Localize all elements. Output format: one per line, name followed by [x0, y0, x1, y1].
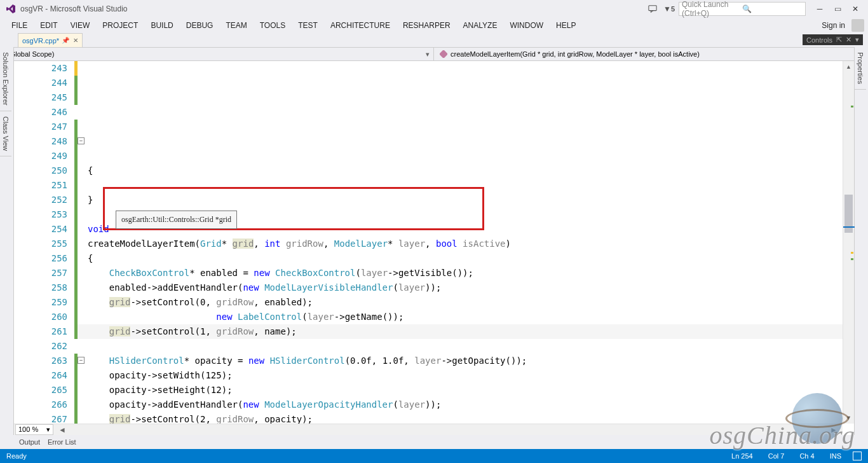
menu-team[interactable]: TEAM: [219, 19, 253, 32]
notifications-icon[interactable]: ▼5: [662, 2, 676, 16]
menu-test[interactable]: TEST: [292, 19, 324, 32]
member-label: createModelLayerItem(Grid * grid, int gr…: [451, 50, 700, 58]
menu-file[interactable]: FILE: [5, 19, 34, 32]
code-line[interactable]: grid->setControl(1, gridRow, name);: [78, 324, 854, 339]
status-resize-icon[interactable]: [853, 452, 862, 460]
code-line[interactable]: enabled->addEventHandler(new ModelLayerV…: [78, 280, 854, 295]
svg-rect-0: [649, 6, 656, 11]
zoom-dropdown[interactable]: 100 %▾: [15, 424, 53, 435]
document-tabs: osgVR.cpp* 📌 ✕ Controls ⇱ ✕ ▾: [0, 33, 868, 47]
code-line[interactable]: createModelLayerItem(Grid* grid, int gri…: [78, 237, 854, 251]
tab-dropdown-icon[interactable]: ▾: [855, 36, 859, 44]
sign-in-link[interactable]: Sign in: [822, 21, 851, 30]
menu-architecture[interactable]: ARCHITECTURE: [324, 19, 397, 32]
scroll-left-icon[interactable]: ◄: [58, 425, 66, 434]
code-line[interactable]: opacity->setWidth(125);: [78, 368, 854, 383]
code-line[interactable]: {: [78, 163, 854, 178]
status-ready: Ready: [6, 452, 716, 460]
output-tab[interactable]: Output: [19, 438, 40, 446]
controls-label: Controls: [806, 36, 832, 44]
status-col: Col 7: [768, 452, 785, 460]
left-tool-panels: Solution Explorer Class View: [0, 47, 14, 435]
pin-icon[interactable]: 📌: [62, 37, 69, 44]
feedback-icon[interactable]: [646, 2, 660, 16]
intellisense-tooltip: osgEarth::Util::Controls::Grid *grid: [116, 211, 237, 229]
class-view-tab[interactable]: Class View: [0, 111, 11, 156]
code-line[interactable]: opacity->setHeight(12);: [78, 383, 854, 397]
solution-explorer-tab[interactable]: Solution Explorer: [0, 47, 11, 111]
search-icon: 🔍: [742, 4, 803, 13]
chevron-down-icon: ▾: [426, 50, 430, 59]
code-line[interactable]: {: [78, 251, 854, 266]
code-line[interactable]: [78, 339, 854, 354]
vertical-scrollbar[interactable]: ▲ ▼: [843, 61, 854, 424]
menu-bar: FILEEDITVIEWPROJECTBUILDDEBUGTEAMTOOLSTE…: [0, 18, 868, 33]
file-tab-active[interactable]: osgVR.cpp* 📌 ✕: [18, 33, 83, 47]
status-ins: INS: [830, 452, 841, 460]
close-button[interactable]: ✕: [846, 2, 864, 16]
code-line[interactable]: [78, 178, 854, 193]
member-dropdown[interactable]: createModelLayerItem(Grid * grid, int gr…: [434, 48, 868, 60]
svg-rect-1: [440, 50, 447, 58]
status-ch: Ch 4: [799, 452, 814, 460]
properties-tab[interactable]: Properties: [855, 47, 866, 90]
code-editor[interactable]: 2432442452462472482492502512522532542552…: [14, 61, 854, 435]
file-tab-label: osgVR.cpp*: [22, 37, 59, 45]
window-title: osgVR - Microsoft Visual Studio: [20, 4, 646, 13]
scroll-down-icon[interactable]: ▼: [843, 412, 854, 424]
quick-launch-placeholder: Quick Launch (Ctrl+Q): [682, 0, 742, 18]
scroll-right-icon[interactable]: ►: [830, 425, 837, 434]
bottom-tool-tabs: Output Error List: [14, 435, 854, 449]
title-bar: osgVR - Microsoft Visual Studio ▼5 Quick…: [0, 0, 868, 18]
scope-dropdown[interactable]: (Global Scope) ▾: [0, 48, 434, 60]
menu-resharper[interactable]: RESHARPER: [397, 19, 457, 32]
menu-debug[interactable]: DEBUG: [180, 19, 220, 32]
function-icon: [439, 50, 448, 59]
vs-logo-icon: [5, 3, 17, 15]
maximize-button[interactable]: ▭: [829, 2, 846, 16]
code-content[interactable]: − − osgEarth::Util::Controls::Grid *grid…: [78, 61, 854, 435]
menu-build[interactable]: BUILD: [144, 19, 179, 32]
horizontal-scrollbar[interactable]: 100 %▾ ◄ ►: [14, 424, 843, 435]
menu-tools[interactable]: TOOLS: [254, 19, 292, 32]
controls-pin-icon[interactable]: ⇱: [836, 36, 842, 44]
quick-launch-input[interactable]: Quick Launch (Ctrl+Q) 🔍: [679, 2, 806, 16]
controls-close-icon[interactable]: ✕: [846, 36, 851, 44]
menu-edit[interactable]: EDIT: [34, 19, 64, 32]
menu-analyze[interactable]: ANALYZE: [457, 19, 504, 32]
fold-toggle-icon[interactable]: −: [78, 357, 85, 364]
right-tool-panels: Properties: [854, 47, 868, 435]
error-list-tab[interactable]: Error List: [48, 438, 76, 446]
menu-view[interactable]: VIEW: [64, 19, 97, 32]
line-number-gutter: 2432442452462472482492502512522532542552…: [14, 61, 78, 435]
scope-label: (Global Scope): [8, 50, 54, 58]
code-line[interactable]: CheckBoxControl* enabled = new CheckBoxC…: [78, 266, 854, 280]
navigation-bar: (Global Scope) ▾ createModelLayerItem(Gr…: [0, 47, 868, 61]
scroll-up-icon[interactable]: ▲: [843, 61, 854, 73]
code-line[interactable]: opacity->addEventHandler(new ModelLayerO…: [78, 397, 854, 412]
fold-toggle-icon[interactable]: −: [78, 137, 85, 144]
menu-project[interactable]: PROJECT: [96, 19, 144, 32]
status-bar: Ready Ln 254 Col 7 Ch 4 INS: [0, 449, 868, 463]
menu-help[interactable]: HELP: [550, 19, 582, 32]
code-line[interactable]: new LabelControl(layer->getName());: [78, 310, 854, 324]
code-line[interactable]: grid->setControl(0, gridRow, enabled);: [78, 295, 854, 310]
code-line[interactable]: HSliderControl* opacity = new HSliderCon…: [78, 354, 854, 368]
menu-window[interactable]: WINDOW: [503, 19, 550, 32]
user-icon[interactable]: [851, 19, 864, 32]
minimize-button[interactable]: ─: [811, 2, 829, 16]
code-line[interactable]: }: [78, 193, 854, 207]
status-line: Ln 254: [731, 452, 753, 460]
close-tab-icon[interactable]: ✕: [73, 37, 78, 44]
